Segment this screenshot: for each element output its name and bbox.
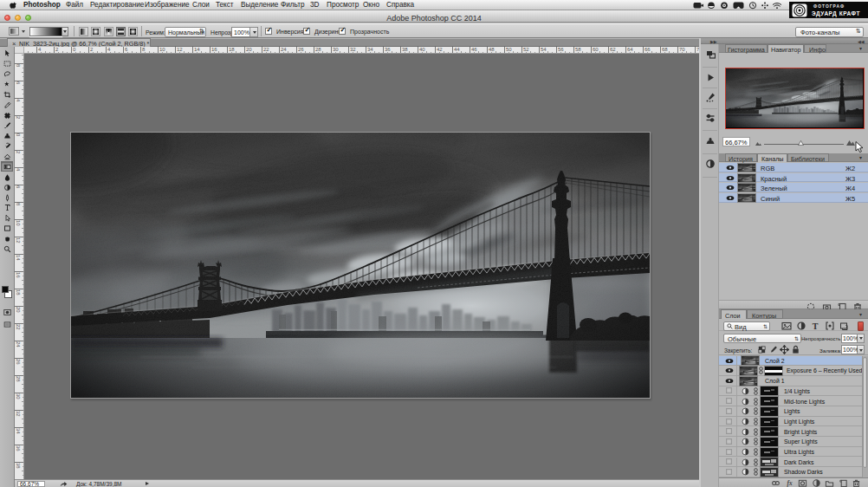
svg-text:T: T bbox=[813, 321, 819, 331]
svg-text:fx: fx bbox=[787, 479, 792, 487]
